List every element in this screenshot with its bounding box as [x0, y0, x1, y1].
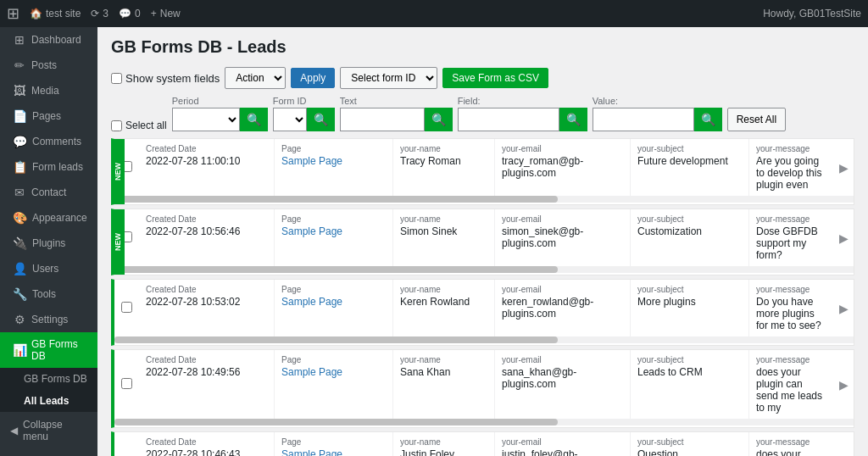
apply-button[interactable]: Apply	[291, 68, 335, 88]
show-system-fields-checkbox[interactable]	[111, 73, 122, 84]
cell-label: your-subject	[637, 144, 742, 153]
row-scrollbar[interactable]	[114, 419, 854, 425]
save-form-csv-button[interactable]: Save Form as CSV	[442, 68, 548, 88]
row-checkbox[interactable]	[121, 302, 132, 313]
page-link[interactable]: Sample Page	[281, 448, 342, 456]
row-scrollbar[interactable]	[114, 196, 854, 203]
period-input-wrap: 🔍	[172, 108, 268, 131]
page-link[interactable]: Sample Page	[281, 225, 342, 237]
value-label: Value:	[593, 96, 722, 106]
collapse-menu-button[interactable]: ◀ Collapse menu	[0, 412, 97, 449]
row-checkbox[interactable]	[121, 378, 132, 389]
sidebar-item-settings[interactable]: ⚙ Settings	[0, 307, 97, 332]
text-search-button[interactable]: 🔍	[425, 108, 453, 131]
comments-count[interactable]: 💬 0	[119, 8, 141, 19]
table-cell: PageSample Page	[275, 209, 393, 266]
show-system-fields-label[interactable]: Show system fields	[111, 72, 220, 85]
action-dropdown[interactable]: Action	[225, 67, 286, 89]
select-form-dropdown[interactable]: Select form ID	[340, 67, 437, 89]
reset-all-button[interactable]: Reset All	[727, 108, 786, 131]
sidebar-item-comments[interactable]: 💬 Comments	[0, 129, 97, 154]
period-select[interactable]	[172, 108, 240, 131]
cell-value: simon_sinek@gb-plugins.com	[502, 225, 623, 249]
table-cell: your-subjectFuture development	[631, 139, 749, 196]
plus-icon: +	[151, 8, 157, 19]
cell-value: Future development	[637, 155, 742, 167]
text-input-wrap: 🔍	[340, 108, 453, 131]
value-input[interactable]	[593, 108, 694, 131]
site-name[interactable]: 🏠 test site	[30, 8, 81, 19]
field-search-button[interactable]: 🔍	[559, 108, 587, 131]
updates-count[interactable]: ⟳ 3	[91, 8, 108, 19]
sidebar-item-form-leads[interactable]: 📋 Form leads	[0, 154, 97, 180]
select-all-checkbox[interactable]	[111, 120, 122, 131]
table-cell: PageSample Page	[275, 280, 393, 336]
period-search-button[interactable]: 🔍	[240, 108, 268, 131]
sidebar-item-pages[interactable]: 📄 Pages	[0, 103, 97, 129]
table-cell: PageSample Page	[275, 432, 393, 456]
row-expand-arrow[interactable]: ▶	[834, 295, 854, 322]
sidebar-item-contact[interactable]: ✉ Contact	[0, 180, 97, 205]
sidebar-item-posts[interactable]: ✏ Posts	[0, 53, 97, 78]
page-link[interactable]: Sample Page	[281, 366, 342, 378]
form-id-search-button[interactable]: 🔍	[307, 108, 335, 131]
sidebar: ⊞ Dashboard ✏ Posts 🖼 Media 📄 Pages 💬 Co…	[0, 27, 97, 456]
form-id-label: Form ID	[273, 96, 335, 106]
sidebar-item-plugins[interactable]: 🔌 Plugins	[0, 231, 97, 256]
sidebar-item-gb-forms-db[interactable]: 📊 GB Forms DB	[0, 332, 97, 368]
cell-label: Created Date	[146, 144, 267, 153]
sidebar-item-users[interactable]: 👤 Users	[0, 256, 97, 281]
cell-value: does your plugin support more than one f…	[756, 448, 827, 456]
cell-label: your-name	[400, 144, 487, 153]
row-expand-arrow[interactable]: ▶	[834, 371, 854, 398]
form-id-filter-group: Form ID 🔍	[273, 96, 335, 131]
table-cell: Created Date2022-07-28 10:49:56	[139, 350, 275, 419]
page-link[interactable]: Sample Page	[281, 155, 342, 167]
row-scrollbar[interactable]	[114, 266, 854, 273]
filter-row: Select all Period 🔍 Form ID 🔍 Text	[111, 96, 854, 131]
cell-label: Page	[281, 144, 386, 153]
row-scrollbar[interactable]	[114, 336, 854, 343]
sidebar-item-dashboard[interactable]: ⊞ Dashboard	[0, 27, 97, 53]
table-cell: your-emailjustin_foley@gb-plugins.com	[495, 432, 631, 456]
cell-value: Dose GBFDB support my form?	[756, 225, 827, 261]
cell-label: your-message	[756, 285, 827, 294]
settings-icon: ⚙	[13, 313, 26, 326]
sidebar-item-appearance[interactable]: 🎨 Appearance	[0, 205, 97, 231]
page-link[interactable]: Sample Page	[281, 296, 342, 308]
form-id-select[interactable]	[273, 108, 307, 131]
sidebar-item-media[interactable]: 🖼 Media	[0, 78, 97, 103]
cell-value: 2022-07-28 10:53:02	[146, 296, 267, 308]
sidebar-submenu: GB Forms DB All Leads	[0, 368, 97, 412]
table-cell: Created Date2022-07-28 11:00:10	[139, 139, 275, 196]
cell-value: Are you going to develop this plugin eve…	[756, 155, 827, 191]
new-item[interactable]: + New	[151, 8, 181, 19]
toolbar: Show system fields Action Apply Select f…	[111, 67, 854, 89]
row-expand-arrow[interactable]: ▶	[834, 453, 854, 457]
sidebar-item-tools[interactable]: 🔧 Tools	[0, 281, 97, 307]
table-cell: PageSample Page	[275, 350, 393, 419]
table-cell: your-subjectQuestion	[631, 432, 749, 456]
row-expand-arrow[interactable]: ▶	[834, 154, 854, 181]
text-filter-group: Text 🔍	[340, 96, 453, 131]
sidebar-sub-item-all-leads[interactable]: All Leads	[0, 390, 97, 412]
updates-icon: ⟳	[91, 8, 99, 19]
cell-label: your-name	[400, 214, 487, 224]
field-input[interactable]	[458, 108, 559, 131]
table-cell: Created Date2022-07-28 10:56:46	[139, 209, 275, 266]
table-row: Created Date2022-07-28 10:49:56PageSampl…	[111, 349, 854, 428]
posts-icon: ✏	[13, 58, 26, 72]
cell-value: does your plugin can send me leads to my	[756, 366, 827, 414]
value-input-wrap: 🔍	[593, 108, 722, 131]
sidebar-sub-item-gb-forms-db[interactable]: GB Forms DB	[0, 368, 97, 390]
cell-label: Page	[281, 355, 386, 364]
rows-container: NEWCreated Date2022-07-28 11:00:10PageSa…	[111, 138, 854, 456]
cell-value: sana_khan@gb-plugins.com	[502, 366, 623, 390]
field-filter-group: Field: 🔍	[458, 96, 587, 131]
text-label: Text	[340, 96, 453, 106]
table-cell: PageSample Page	[275, 139, 393, 196]
wp-logo-icon[interactable]: ⊞	[7, 4, 19, 23]
value-search-button[interactable]: 🔍	[694, 108, 722, 131]
text-input[interactable]	[340, 108, 425, 131]
row-expand-arrow[interactable]: ▶	[834, 225, 854, 252]
